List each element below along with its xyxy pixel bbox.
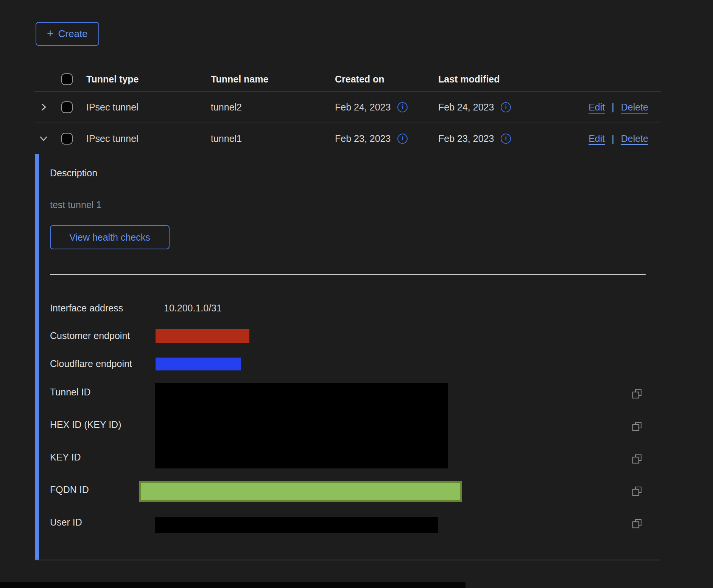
tunnel-name-cell: tunnel2	[211, 102, 335, 113]
delete-link[interactable]: Delete	[621, 102, 648, 113]
customer-endpoint-label: Customer endpoint	[50, 330, 130, 341]
info-icon[interactable]	[501, 134, 511, 144]
interface-address-label: Interface address	[50, 303, 123, 314]
tunnel-name-cell: tunnel1	[211, 133, 335, 144]
chevron-down-icon[interactable]	[39, 134, 48, 143]
user-id-redacted-value	[155, 517, 438, 533]
delete-link[interactable]: Delete	[621, 133, 648, 144]
table-bottom-divider	[34, 560, 661, 560]
fqdn-id-label: FQDN ID	[50, 484, 89, 495]
tunnel-type-cell: IPsec tunnel	[86, 133, 211, 144]
tunnel-details-panel: Description test tunnel 1 View health ch…	[35, 154, 662, 560]
hex-id-label: HEX ID (KEY ID)	[50, 419, 121, 430]
plus-icon	[47, 28, 54, 40]
edit-link[interactable]: Edit	[588, 102, 605, 113]
create-button[interactable]: Create	[36, 22, 99, 46]
edit-link[interactable]: Edit	[588, 133, 605, 144]
created-on-cell: Feb 24, 2023	[335, 102, 391, 113]
row-checkbox[interactable]	[61, 101, 73, 113]
view-health-checks-button[interactable]: View health checks	[50, 225, 170, 249]
tunnel-type-cell: IPsec tunnel	[86, 102, 211, 113]
row-checkbox[interactable]	[61, 133, 73, 145]
action-separator: |	[612, 133, 614, 144]
description-label: Description	[50, 168, 97, 179]
description-value: test tunnel 1	[50, 199, 101, 210]
copy-icon[interactable]	[631, 518, 643, 529]
table-row-tunnel2: IPsec tunnel tunnel2 Feb 24, 2023 Feb 24…	[34, 91, 661, 123]
cloudflare-endpoint-label: Cloudflare endpoint	[50, 358, 132, 369]
create-button-label: Create	[58, 28, 88, 40]
copy-icon[interactable]	[631, 388, 643, 399]
cloudflare-endpoint-redacted-value	[156, 358, 241, 370]
panel-divider	[50, 274, 646, 275]
copy-icon[interactable]	[631, 453, 643, 464]
header-created-on: Created on	[335, 74, 438, 85]
customer-endpoint-redacted-value	[156, 329, 249, 343]
tunnels-page: Create Tunnel type Tunnel name Created o…	[0, 0, 713, 588]
tunnel-hex-key-id-redacted-values	[155, 383, 448, 468]
chevron-right-icon[interactable]	[39, 102, 48, 112]
header-last-modified: Last modified	[438, 74, 542, 85]
select-all-checkbox[interactable]	[61, 73, 73, 85]
fqdn-id-redacted-value	[139, 481, 462, 502]
header-tunnel-name: Tunnel name	[211, 74, 335, 85]
table-header-row: Tunnel type Tunnel name Created on Last …	[34, 67, 661, 91]
info-icon[interactable]	[397, 102, 408, 112]
info-icon[interactable]	[501, 102, 511, 112]
last-modified-cell: Feb 24, 2023	[438, 102, 494, 113]
copy-icon[interactable]	[631, 420, 643, 432]
action-separator: |	[612, 102, 614, 113]
created-on-cell: Feb 23, 2023	[335, 133, 391, 144]
info-icon[interactable]	[397, 134, 408, 144]
bottom-black-strip	[0, 582, 465, 588]
last-modified-cell: Feb 23, 2023	[438, 133, 494, 144]
table-row-tunnel1: IPsec tunnel tunnel1 Feb 23, 2023 Feb 23…	[34, 123, 661, 154]
tunnel-id-label: Tunnel ID	[50, 387, 90, 398]
interface-address-value: 10.200.1.0/31	[164, 303, 222, 314]
user-id-label: User ID	[50, 517, 82, 528]
key-id-label: KEY ID	[50, 452, 81, 463]
header-tunnel-type: Tunnel type	[86, 74, 211, 85]
tunnels-table: Tunnel type Tunnel name Created on Last …	[34, 67, 661, 154]
copy-icon[interactable]	[631, 485, 643, 496]
